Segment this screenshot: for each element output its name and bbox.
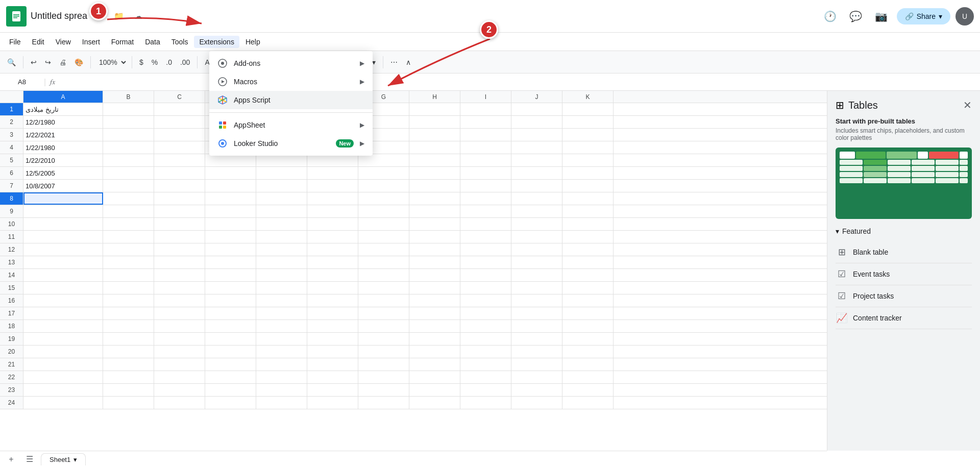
cell-b5[interactable] [103, 154, 154, 166]
row-num-6[interactable]: 6 [0, 167, 23, 179]
row-num-21[interactable]: 21 [0, 358, 23, 371]
sheet-tab-sheet1[interactable]: Sheet1 ▾ [41, 453, 86, 465]
row-num-8[interactable]: 8 [0, 192, 23, 205]
cell-j3[interactable] [511, 129, 562, 141]
redo-button[interactable]: ↪ [42, 55, 54, 70]
cell-d8[interactable] [205, 192, 256, 205]
project-tasks-item[interactable]: ☑ Project tasks [836, 285, 972, 307]
cell-j4[interactable] [511, 141, 562, 154]
row-num-13[interactable]: 13 [0, 256, 23, 268]
cell-c5[interactable] [154, 154, 205, 166]
blank-table-item[interactable]: ⊞ Blank table [836, 241, 972, 263]
cell-g6[interactable] [358, 167, 409, 179]
menu-data[interactable]: Data [140, 36, 165, 48]
cell-c6[interactable] [154, 167, 205, 179]
menu-format[interactable]: Format [106, 36, 139, 48]
menu-extensions[interactable]: Extensions [194, 36, 239, 48]
cell-f7[interactable] [307, 180, 358, 192]
cell-a1[interactable]: تاریخ میلادی [23, 103, 103, 115]
menu-insert[interactable]: Insert [77, 36, 105, 48]
cell-b6[interactable] [103, 167, 154, 179]
cell-i7[interactable] [460, 180, 511, 192]
avatar[interactable]: U [955, 7, 974, 26]
cell-a6[interactable]: 12/5/2005 [23, 167, 103, 179]
row-num-20[interactable]: 20 [0, 346, 23, 358]
cell-reference-input[interactable]: A8 [4, 78, 40, 86]
cell-g5[interactable] [358, 154, 409, 166]
row-num-22[interactable]: 22 [0, 371, 23, 383]
cell-i6[interactable] [460, 167, 511, 179]
print-button[interactable]: 🖨 [56, 55, 69, 70]
row-num-9[interactable]: 9 [0, 205, 23, 217]
row-num-18[interactable]: 18 [0, 320, 23, 332]
event-tasks-item[interactable]: ☑ Event tasks [836, 263, 972, 285]
cell-k4[interactable] [562, 141, 614, 154]
add-sheet-button[interactable]: + [4, 452, 18, 466]
search-button[interactable]: 🔍 [4, 55, 19, 70]
cell-k8[interactable] [562, 192, 614, 205]
cell-d6[interactable] [205, 167, 256, 179]
panel-close-button[interactable]: ✕ [963, 99, 972, 111]
cloud-button[interactable]: ☁ [130, 8, 146, 24]
cell-i8[interactable] [460, 192, 511, 205]
cell-i4[interactable] [460, 141, 511, 154]
cell-h8[interactable] [409, 192, 460, 205]
row-num-17[interactable]: 17 [0, 307, 23, 319]
row-num-4[interactable]: 4 [0, 141, 23, 154]
cell-h5[interactable] [409, 154, 460, 166]
macros-menu-item[interactable]: Macros ▶ [209, 72, 373, 91]
cell-k7[interactable] [562, 180, 614, 192]
row-num-15[interactable]: 15 [0, 282, 23, 294]
cell-h7[interactable] [409, 180, 460, 192]
col-header-h[interactable]: H [409, 91, 460, 103]
meet-button[interactable]: 📷 [871, 6, 892, 27]
cell-c2[interactable] [154, 116, 205, 128]
cell-d5[interactable] [205, 154, 256, 166]
cell-f6[interactable] [307, 167, 358, 179]
cell-c3[interactable] [154, 129, 205, 141]
row-num-5[interactable]: 5 [0, 154, 23, 166]
apps-script-menu-item[interactable]: Apps Script [209, 91, 373, 109]
cell-j2[interactable] [511, 116, 562, 128]
cell-h2[interactable] [409, 116, 460, 128]
currency-button[interactable]: $ [136, 55, 146, 70]
featured-header[interactable]: ▾ Featured [836, 227, 972, 235]
cell-b2[interactable] [103, 116, 154, 128]
cell-a5[interactable]: 1/22/2010 [23, 154, 103, 166]
cell-i5[interactable] [460, 154, 511, 166]
cell-h1[interactable] [409, 103, 460, 115]
row-num-2[interactable]: 2 [0, 116, 23, 128]
cell-h3[interactable] [409, 129, 460, 141]
cell-k1[interactable] [562, 103, 614, 115]
row-num-19[interactable]: 19 [0, 333, 23, 345]
decimal-increase-button[interactable]: .00 [177, 55, 193, 70]
cell-c1[interactable] [154, 103, 205, 115]
menu-tools[interactable]: Tools [166, 36, 193, 48]
row-num-14[interactable]: 14 [0, 269, 23, 281]
cell-i1[interactable] [460, 103, 511, 115]
decimal-decrease-button[interactable]: .0 [163, 55, 175, 70]
cell-a8[interactable] [23, 192, 103, 205]
cell-a2[interactable]: 12/2/1980 [23, 116, 103, 128]
share-button[interactable]: 🔗 Share ▾ [897, 8, 950, 24]
cell-a4[interactable]: 1/22/1980 [23, 141, 103, 154]
row-num-23[interactable]: 23 [0, 384, 23, 396]
history-button[interactable]: 🕐 [820, 6, 841, 27]
cell-j1[interactable] [511, 103, 562, 115]
sheet-list-button[interactable]: ☰ [22, 452, 37, 466]
cell-j8[interactable] [511, 192, 562, 205]
row-num-16[interactable]: 16 [0, 294, 23, 307]
cell-f8[interactable] [307, 192, 358, 205]
cell-e8[interactable] [256, 192, 307, 205]
cell-c7[interactable] [154, 180, 205, 192]
star-button[interactable]: ☆ [91, 8, 108, 24]
cell-h6[interactable] [409, 167, 460, 179]
menu-help[interactable]: Help [240, 36, 265, 48]
row-num-12[interactable]: 12 [0, 243, 23, 256]
cell-k2[interactable] [562, 116, 614, 128]
row-num-3[interactable]: 3 [0, 129, 23, 141]
col-header-i[interactable]: I [460, 91, 511, 103]
cell-b1[interactable] [103, 103, 154, 115]
hide-button[interactable]: ∧ [403, 55, 414, 70]
col-header-c[interactable]: C [154, 91, 205, 103]
